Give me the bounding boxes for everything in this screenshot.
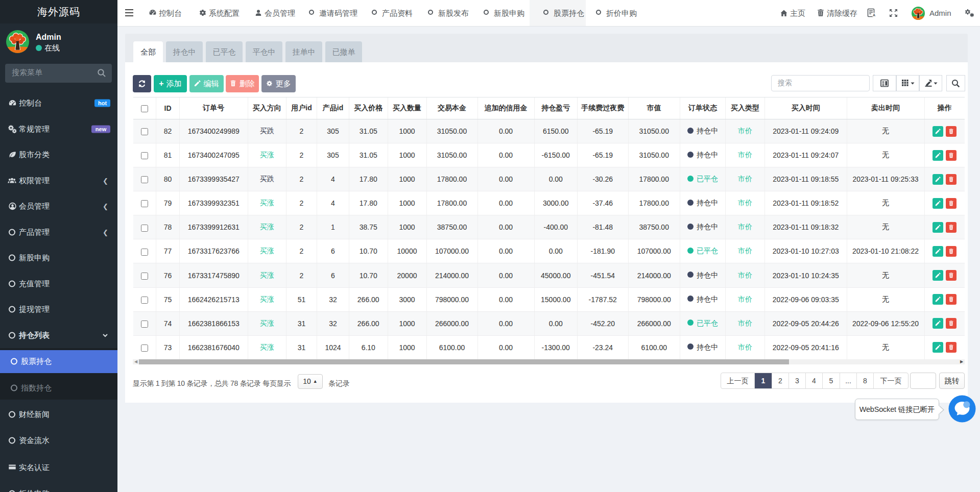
svg-text:A: A: [873, 13, 875, 17]
